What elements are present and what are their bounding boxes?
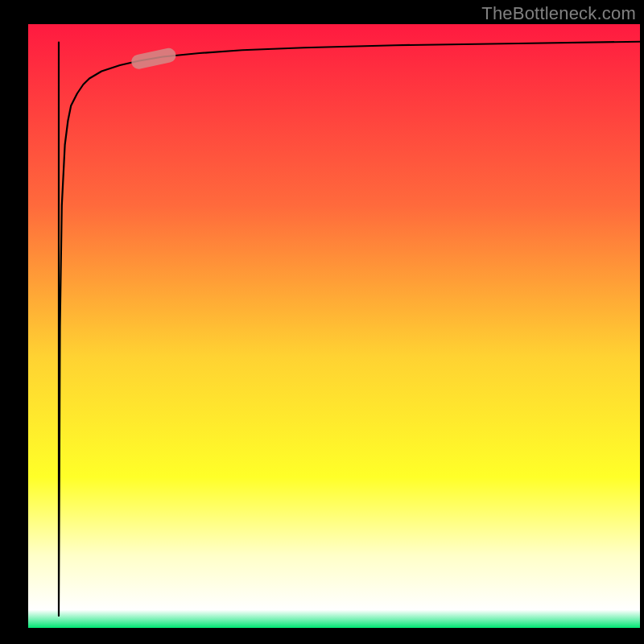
plot-background bbox=[28, 24, 640, 628]
bottleneck-chart bbox=[0, 0, 644, 644]
chart-stage: TheBottleneck.com bbox=[0, 0, 644, 644]
watermark-label: TheBottleneck.com bbox=[481, 3, 636, 24]
